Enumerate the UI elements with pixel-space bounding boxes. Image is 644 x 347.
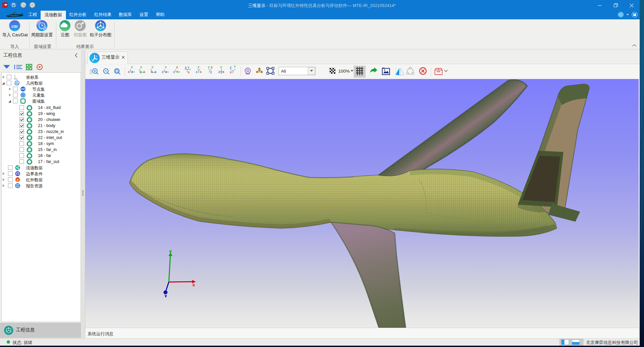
svg-text:X: X xyxy=(211,66,213,69)
svg-text:X: X xyxy=(151,70,153,74)
svg-text:cas: cas xyxy=(12,24,18,29)
svg-text:X: X xyxy=(128,70,130,74)
svg-text:Y: Y xyxy=(197,66,199,69)
svg-text:Y: Y xyxy=(220,66,222,69)
svg-text:Y: Y xyxy=(140,66,142,69)
svg-text:Z: Z xyxy=(140,70,142,74)
svg-text:All: All xyxy=(281,69,286,74)
svg-text:Y: Y xyxy=(187,66,189,69)
svg-text:Z: Z xyxy=(185,66,186,69)
svg-text:100%: 100% xyxy=(338,69,350,74)
svg-text:x: x xyxy=(192,282,195,287)
svg-text:z: z xyxy=(196,70,197,74)
svg-text:X: X xyxy=(200,70,202,74)
svg-text:X: X xyxy=(188,71,190,74)
svg-text:X: X xyxy=(143,70,145,74)
svg-text:Y: Y xyxy=(131,66,133,69)
svg-text:Y: Y xyxy=(234,65,236,68)
svg-text:Y: Y xyxy=(14,75,16,77)
svg-text:Z: Z xyxy=(173,70,175,74)
svg-text:X: X xyxy=(176,66,178,69)
svg-text:Z: Z xyxy=(218,70,220,74)
svg-text:X: X xyxy=(230,71,232,74)
svg-text:Y: Y xyxy=(208,66,210,69)
svg-text:Z: Z xyxy=(230,66,231,69)
svg-text:Z: Z xyxy=(155,70,156,74)
svg-text:Z: Z xyxy=(210,71,212,74)
svg-text:Y: Y xyxy=(165,66,167,69)
svg-text:Z: Z xyxy=(162,70,163,74)
svg-text:Y: Y xyxy=(152,66,154,69)
